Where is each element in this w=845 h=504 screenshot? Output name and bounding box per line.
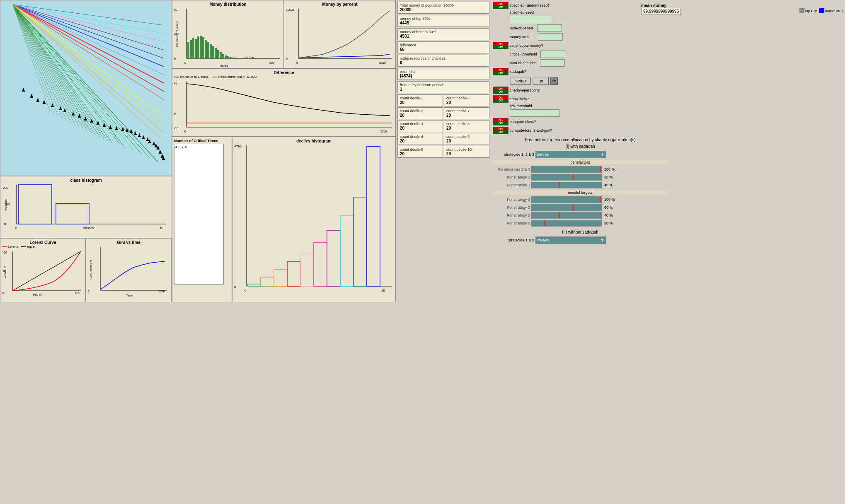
svg-text:30: 30 [174, 81, 177, 84]
decile1-slider[interactable] [531, 196, 602, 203]
decile3-value: 40 % [604, 213, 613, 217]
svg-line-32 [13, 5, 164, 133]
money-distribution-chart: Money distribution 50 25 0 Frequency of … [172, 0, 284, 68]
money-amount-input[interactable]: 100 [538, 33, 563, 41]
go-button[interactable]: go [533, 77, 549, 85]
decile-10-box: count decile-10 20 [444, 146, 489, 158]
svg-text:classes: classes [83, 226, 94, 230]
svg-line-33 [13, 5, 164, 141]
compute-lorenz-row: On Off compute-lorenz-and-gini? [493, 127, 668, 134]
svg-text:Wealth %: Wealth % [4, 266, 7, 278]
svg-rect-109 [210, 44, 212, 58]
compute-lorenz-toggle[interactable]: On Off [493, 127, 508, 134]
critical-times-title: Number of Critical Times [174, 139, 230, 143]
setup-button[interactable]: setup [510, 77, 531, 85]
deciles-histogram: deciles histogram 4780 0 0 10 [232, 137, 396, 302]
decile8-slider[interactable] [531, 182, 602, 188]
critical-threshold-input[interactable]: 0 [540, 51, 565, 58]
svg-text:Frequency of people: Frequency of people [176, 20, 179, 47]
compute-lorenz-label: compute-lorenz-and-gini? [510, 128, 552, 133]
money-bottom50-value: 4501 [400, 34, 487, 39]
reset-button[interactable]: ⟳ [550, 77, 558, 85]
decile10-slider[interactable] [531, 166, 602, 173]
without-sadaqah-title: (II) without sadaqah [493, 230, 668, 234]
decile-9-value: 20 [446, 139, 487, 143]
svg-rect-119 [235, 58, 237, 58]
svg-text:♟: ♟ [148, 139, 152, 145]
tick-threshold-row: tick-threshold [493, 104, 668, 108]
with-sadaqah-title: (I) with sadaqah [493, 144, 668, 149]
svg-text:0: 0 [2, 292, 4, 294]
deciles-hist-title: deciles histogram [234, 139, 394, 143]
decile2-value: 60 % [604, 205, 613, 210]
show-help-label: show-help? [510, 97, 529, 101]
compute-class-label: compute-class? [510, 120, 536, 124]
svg-rect-114 [222, 54, 224, 58]
svg-rect-146 [314, 243, 327, 286]
allocation-strategy-dropdown[interactable]: s-three ▼ [535, 151, 606, 158]
svg-text:♟: ♟ [29, 93, 34, 99]
svg-rect-108 [207, 42, 209, 58]
sadaqah-toggle[interactable]: On Off [493, 68, 508, 75]
svg-text:10: 10 [381, 289, 385, 292]
svg-line-26 [13, 5, 164, 58]
svg-text:500: 500 [269, 61, 274, 64]
compute-class-toggle[interactable]: On Off [493, 118, 508, 125]
show-help-toggle[interactable]: On Off [493, 95, 508, 103]
svg-rect-106 [202, 37, 204, 58]
lorenz-legend-lorenz: Lorenz [8, 245, 18, 248]
charity-operation-toggle[interactable]: On Off [493, 87, 508, 94]
num-people-input[interactable]: 200 [537, 24, 562, 32]
return-list-value: [4574] [400, 74, 487, 78]
svg-text:♟: ♟ [133, 130, 138, 136]
for-strat-3b-label: For strategy 3 [493, 183, 530, 187]
return-list-box: return-list [4574] [397, 68, 489, 80]
num-charities-row: num-of-charities 1 [493, 59, 668, 67]
decile-1-box: count decile-1 20 [397, 94, 443, 106]
svg-rect-147 [327, 230, 340, 286]
svg-text:0: 0 [4, 222, 6, 226]
svg-line-17 [13, 5, 67, 121]
initial-equal-money-toggle[interactable]: On Off [493, 42, 508, 49]
for-strat-3d-label: For strategy 3 [493, 205, 530, 210]
svg-rect-75 [56, 203, 89, 224]
money-top10-box: money of top 10% 4445 [397, 15, 489, 27]
mean-money-section: mean money 99.9999999999995 [641, 3, 681, 15]
decile-5-value: 20 [400, 152, 441, 156]
decile-9-label: count decile-9 [446, 135, 487, 139]
difference-label: difference [400, 43, 487, 47]
needful-targets-title: needful targets [493, 191, 668, 195]
svg-text:♟: ♟ [58, 106, 63, 111]
svg-text:10: 10 [160, 226, 163, 230]
decile9-slider[interactable] [531, 174, 602, 181]
difference-value: 56 [400, 47, 487, 52]
decile-1-label: count decile-1 [400, 96, 441, 100]
decile-grid: count decile-1 20 count decile-6 20 coun… [397, 94, 489, 158]
mean-money-value: 99.9999999999995 [641, 8, 681, 15]
specified-random-seed-toggle[interactable]: On Off [493, 2, 508, 9]
difference-title: Difference [174, 70, 394, 75]
svg-text:10000: 10000 [286, 8, 294, 11]
decile8-row: For strategy 3 40 % [493, 182, 668, 188]
svg-text:♟: ♟ [108, 124, 113, 130]
specified-seed-input[interactable]: 3000 [510, 16, 551, 23]
svg-text:minimum: minimum [245, 56, 257, 59]
allocation-strategy2-dropdown[interactable]: ws-two ▼ [535, 236, 606, 244]
decile8-value: 40 % [604, 183, 613, 187]
svg-text:persons: persons [4, 200, 8, 211]
svg-rect-110 [212, 46, 214, 58]
decile2-slider[interactable] [531, 204, 602, 211]
allocation-strategy-row: strategies 1, 2 & 3 s-three ▼ [493, 151, 668, 158]
allocation-strategy2-value: ws-two [537, 238, 549, 242]
five-lower-slider[interactable] [531, 220, 602, 227]
decile3-slider[interactable] [531, 212, 602, 219]
num-people-row: num-of-people 200 [493, 24, 668, 32]
num-charities-label: num-of-charities [510, 61, 537, 65]
initial-equal-money-row: On Off initial-equal-money? [493, 42, 668, 49]
svg-text:Money: Money [219, 64, 228, 68]
decile-5-label: count decile-5 [400, 147, 441, 152]
tick-threshold-input[interactable]: 4575 [510, 109, 559, 117]
num-charities-input[interactable]: 1 [540, 59, 565, 67]
svg-text:0: 0 [174, 112, 176, 115]
sadaqah-row: On Off sadaqah? [493, 68, 668, 75]
